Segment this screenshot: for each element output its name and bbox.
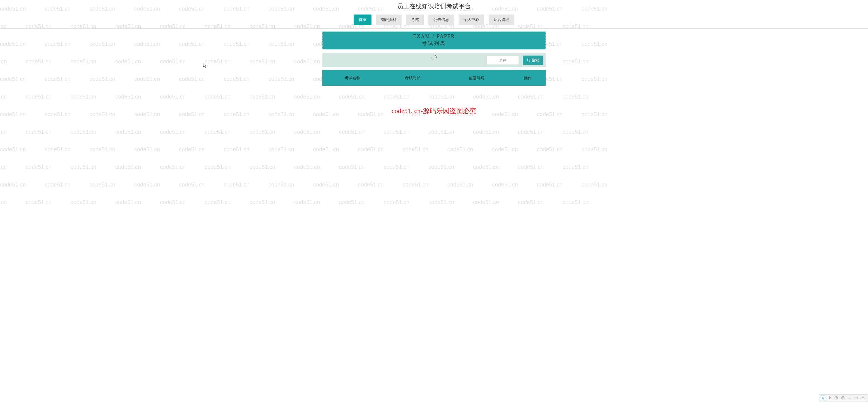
search-button-label: 搜索 — [532, 58, 539, 63]
globe-icon[interactable] — [834, 395, 839, 400]
search-button[interactable]: 搜索 — [523, 56, 543, 65]
exam-table: 考试名称 考试时长 创建时间 操作 — [322, 70, 546, 86]
nav-home[interactable]: 首页 — [353, 14, 371, 25]
banner-cn: 考试列表 — [323, 40, 545, 47]
svg-point-7 — [856, 398, 856, 398]
nav-admin[interactable]: 后台管理 — [489, 14, 515, 25]
col-created-at: 创建时间 — [443, 70, 510, 86]
svg-point-8 — [856, 398, 857, 398]
svg-point-0 — [527, 59, 529, 61]
svg-line-1 — [529, 61, 530, 62]
main-container: EXAM / PAPER 考试列表 搜索 考试名称 考试时长 — [322, 32, 546, 86]
name-filter-input[interactable] — [487, 56, 519, 65]
col-duration: 考试时长 — [383, 70, 443, 86]
header: 员工在线知识培训考试平台 首页 知识资料 考试 公告信息 个人中心 后台管理 — [0, 0, 868, 29]
nav-announce[interactable]: 公告信息 — [428, 14, 454, 25]
nav-knowledge[interactable]: 知识资料 — [376, 14, 402, 25]
main-nav: 首页 知识资料 考试 公告信息 个人中心 后台管理 — [0, 12, 868, 29]
svg-point-5 — [843, 397, 843, 398]
nav-profile[interactable]: 个人中心 — [459, 14, 484, 25]
punct-icon[interactable]: ， — [847, 395, 852, 400]
ime-status-bar[interactable]: Q 中 ， — [819, 394, 867, 401]
svg-rect-6 — [855, 397, 858, 399]
mouse-cursor-icon — [203, 63, 207, 69]
svg-point-3 — [841, 396, 844, 400]
section-banner: EXAM / PAPER 考试列表 — [322, 32, 546, 50]
svg-point-4 — [842, 397, 843, 398]
filter-bar: 搜索 — [322, 53, 546, 67]
settings-icon[interactable] — [861, 395, 866, 400]
red-copyright-notice: code51. cn-源码乐园盗图必究 — [0, 106, 868, 115]
svg-rect-10 — [856, 398, 857, 398]
col-ops: 操作 — [510, 70, 546, 86]
svg-point-9 — [857, 398, 857, 398]
smile-icon[interactable] — [840, 395, 845, 400]
nav-exam[interactable]: 考试 — [406, 14, 424, 25]
table-header-row: 考试名称 考试时长 创建时间 操作 — [322, 70, 546, 86]
search-icon — [527, 58, 531, 62]
col-exam-name: 考试名称 — [322, 70, 383, 86]
app-title: 员工在线知识培训考试平台 — [0, 0, 868, 12]
keyboard-icon[interactable] — [854, 395, 859, 400]
ime-lang-indicator[interactable]: 中 — [827, 395, 832, 400]
ime-app-icon[interactable]: Q — [821, 396, 825, 400]
banner-en: EXAM / PAPER — [323, 33, 545, 39]
